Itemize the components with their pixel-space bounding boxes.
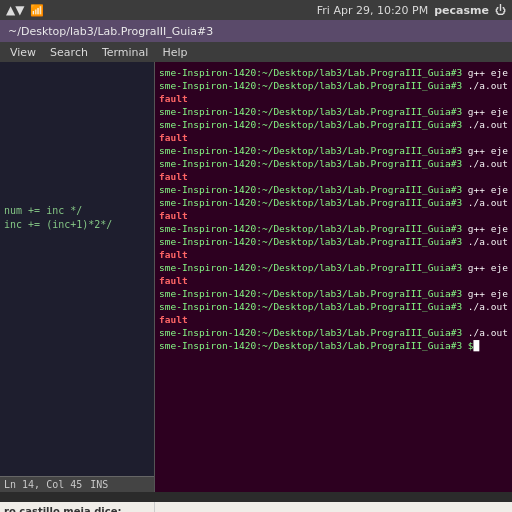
topbar-left: ▲▼ 📶 xyxy=(6,3,44,17)
insert-mode: INS xyxy=(90,479,108,490)
term-fault-line: fault xyxy=(159,209,508,222)
window-title: ~/Desktop/lab3/Lab.PrograIII_Guia#3 xyxy=(8,25,213,38)
term-line: sme-Inspiron-1420:~/Desktop/lab3/Lab.Pro… xyxy=(159,339,508,352)
title-bar: ~/Desktop/lab3/Lab.PrograIII_Guia#3 xyxy=(0,20,512,42)
term-cmd: ./a.out xyxy=(462,119,508,130)
cursor: █ xyxy=(474,340,480,351)
network-icon: 📶 xyxy=(30,4,44,17)
term-line: sme-Inspiron-1420:~/Desktop/lab3/Lab.Pro… xyxy=(159,326,508,339)
term-line: sme-Inspiron-1420:~/Desktop/lab3/Lab.Pro… xyxy=(159,118,508,131)
term-cmd: g++ eje3.cpp xyxy=(462,223,508,234)
code-line: inc += (inc+1)*2*/ xyxy=(4,218,150,232)
code-line xyxy=(4,106,150,120)
code-line xyxy=(4,162,150,176)
fault-text: fault xyxy=(159,132,188,143)
term-cmd: ./a.out xyxy=(462,197,508,208)
code-line xyxy=(4,134,150,148)
term-prompt: sme-Inspiron-1420:~/Desktop/lab3/Lab.Pro… xyxy=(159,145,462,156)
ad-panel: Cerrar anuncio Titulares de MSN Mourinho… xyxy=(155,502,512,512)
system-topbar: ▲▼ 📶 Fri Apr 29, 10:20 PM pecasme ⏻ xyxy=(0,0,512,20)
term-line: sme-Inspiron-1420:~/Desktop/lab3/Lab.Pro… xyxy=(159,105,508,118)
term-cmd: ./a.out xyxy=(462,236,508,247)
topbar-right: Fri Apr 29, 10:20 PM pecasme ⏻ xyxy=(317,4,506,17)
term-fault-line: fault xyxy=(159,92,508,105)
term-prompt: sme-Inspiron-1420:~/Desktop/lab3/Lab.Pro… xyxy=(159,327,462,338)
term-cmd: g++ eje3.cpp xyxy=(462,288,508,299)
term-prompt: sme-Inspiron-1420:~/Desktop/lab3/Lab.Pro… xyxy=(159,197,462,208)
term-prompt: sme-Inspiron-1420:~/Desktop/lab3/Lab.Pro… xyxy=(159,80,462,91)
code-line xyxy=(4,190,150,204)
term-fault-line: fault xyxy=(159,248,508,261)
fault-text: fault xyxy=(159,93,188,104)
fault-text: fault xyxy=(159,171,188,182)
term-line: sme-Inspiron-1420:~/Desktop/lab3/Lab.Pro… xyxy=(159,287,508,300)
term-cmd: g++ eje3.cpp xyxy=(462,106,508,117)
code-line xyxy=(4,148,150,162)
term-cmd: g++ eje3.cpp xyxy=(462,67,508,78)
fault-text: fault xyxy=(159,275,188,286)
term-prompt: sme-Inspiron-1420:~/Desktop/lab3/Lab.Pro… xyxy=(159,301,462,312)
fault-text: fault xyxy=(159,249,188,260)
term-line: sme-Inspiron-1420:~/Desktop/lab3/Lab.Pro… xyxy=(159,79,508,92)
fault-text: fault xyxy=(159,210,188,221)
datetime-label: Fri Apr 29, 10:20 PM xyxy=(317,4,428,17)
term-prompt: sme-Inspiron-1420:~/Desktop/lab3/Lab.Pro… xyxy=(159,106,462,117)
fault-text: fault xyxy=(159,314,188,325)
term-cmd: ./a.out xyxy=(462,158,508,169)
term-cmd: g++ eje3.cpp xyxy=(462,184,508,195)
term-prompt: sme-Inspiron-1420:~/Desktop/lab3/Lab.Pro… xyxy=(159,184,462,195)
code-editor[interactable]: num += inc */ inc += (inc+1)*2*/ Ln 14, … xyxy=(0,62,155,492)
wifi-icon: ▲▼ xyxy=(6,3,24,17)
user-label: pecasme xyxy=(434,4,489,17)
term-line: sme-Inspiron-1420:~/Desktop/lab3/Lab.Pro… xyxy=(159,157,508,170)
term-prompt: sme-Inspiron-1420:~/Desktop/lab3/Lab.Pro… xyxy=(159,67,462,78)
code-line xyxy=(4,78,150,92)
code-content: num += inc */ inc += (inc+1)*2*/ xyxy=(0,62,154,476)
menu-search[interactable]: Search xyxy=(44,44,94,61)
code-line xyxy=(4,176,150,190)
term-line: sme-Inspiron-1420:~/Desktop/lab3/Lab.Pro… xyxy=(159,300,508,313)
term-fault-line: fault xyxy=(159,131,508,144)
code-line xyxy=(4,64,150,78)
code-line: num += inc */ xyxy=(4,204,150,218)
term-prompt: sme-Inspiron-1420:~/Desktop/lab3/Lab.Pro… xyxy=(159,288,462,299)
term-cmd: ./a.out xyxy=(462,301,508,312)
terminal-panel[interactable]: sme-Inspiron-1420:~/Desktop/lab3/Lab.Pro… xyxy=(155,62,512,492)
term-line: sme-Inspiron-1420:~/Desktop/lab3/Lab.Pro… xyxy=(159,261,508,274)
chat-panel: ro castillo meja dice: ei voi a la ley v… xyxy=(0,502,155,512)
term-line: sme-Inspiron-1420:~/Desktop/lab3/Lab.Pro… xyxy=(159,222,508,235)
term-prompt: sme-Inspiron-1420:~/Desktop/lab3/Lab.Pro… xyxy=(159,236,462,247)
notification-area: ro castillo meja dice: ei voi a la ley v… xyxy=(0,502,512,512)
term-line: sme-Inspiron-1420:~/Desktop/lab3/Lab.Pro… xyxy=(159,144,508,157)
term-line: sme-Inspiron-1420:~/Desktop/lab3/Lab.Pro… xyxy=(159,183,508,196)
menu-view[interactable]: View xyxy=(4,44,42,61)
term-fault-line: fault xyxy=(159,274,508,287)
term-prompt: sme-Inspiron-1420:~/Desktop/lab3/Lab.Pro… xyxy=(159,223,462,234)
power-icon[interactable]: ⏻ xyxy=(495,4,506,17)
term-prompt: sme-Inspiron-1420:~/Desktop/lab3/Lab.Pro… xyxy=(159,158,462,169)
code-line xyxy=(4,120,150,134)
term-line: sme-Inspiron-1420:~/Desktop/lab3/Lab.Pro… xyxy=(159,196,508,209)
term-cmd: ./a.out xyxy=(462,80,508,91)
scroll-area xyxy=(0,492,512,502)
term-prompt: sme-Inspiron-1420:~/Desktop/lab3/Lab.Pro… xyxy=(159,119,462,130)
term-prompt: sme-Inspiron-1420:~/Desktop/lab3/Lab.Pro… xyxy=(159,340,474,351)
editor-statusbar: Ln 14, Col 45 INS xyxy=(0,476,154,492)
term-line: sme-Inspiron-1420:~/Desktop/lab3/Lab.Pro… xyxy=(159,235,508,248)
term-line: sme-Inspiron-1420:~/Desktop/lab3/Lab.Pro… xyxy=(159,66,508,79)
cursor-position: Ln 14, Col 45 xyxy=(4,479,82,490)
menu-help[interactable]: Help xyxy=(156,44,193,61)
chat-sender: ro castillo meja dice: xyxy=(4,506,150,512)
main-area: num += inc */ inc += (inc+1)*2*/ Ln 14, … xyxy=(0,62,512,492)
menu-terminal[interactable]: Terminal xyxy=(96,44,155,61)
term-prompt: sme-Inspiron-1420:~/Desktop/lab3/Lab.Pro… xyxy=(159,262,462,273)
term-cmd: g++ eje3.cpp xyxy=(462,145,508,156)
code-line xyxy=(4,92,150,106)
term-fault-line: fault xyxy=(159,170,508,183)
menu-bar: View Search Terminal Help xyxy=(0,42,512,62)
term-cmd: ./a.out xyxy=(462,327,508,338)
term-fault-line: fault xyxy=(159,313,508,326)
term-cmd: g++ eje3. xyxy=(462,262,508,273)
